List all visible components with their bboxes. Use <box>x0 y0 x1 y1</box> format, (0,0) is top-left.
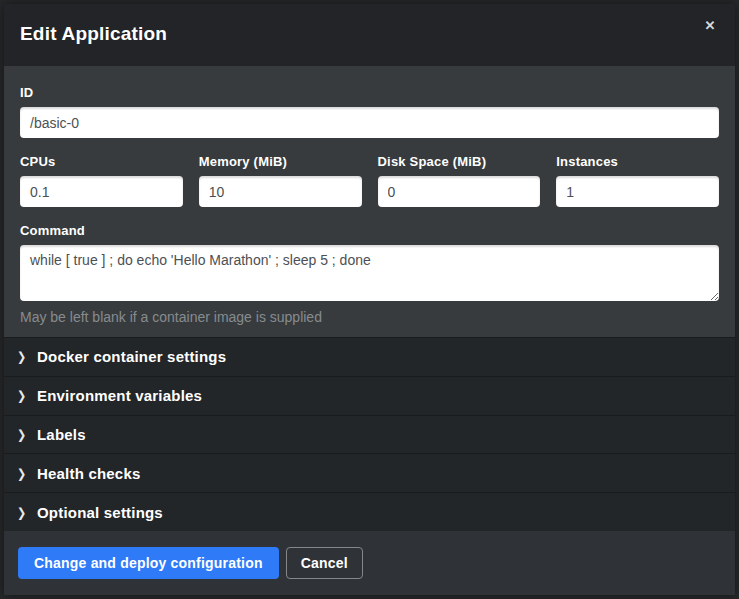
section-label: Docker container settings <box>37 348 226 365</box>
resource-row: CPUs Memory (MiB) Disk Space (MiB) Insta… <box>20 155 719 207</box>
id-label: ID <box>20 86 719 100</box>
instances-input[interactable] <box>556 176 719 207</box>
section-label: Health checks <box>37 465 140 482</box>
id-field-group: ID <box>20 86 719 138</box>
modal-body: ID CPUs Memory (MiB) Disk Space (MiB) In <box>4 66 735 337</box>
memory-field-group: Memory (MiB) <box>199 155 362 207</box>
instances-label: Instances <box>556 155 719 169</box>
section-label: Optional settings <box>37 504 163 521</box>
section-health-checks[interactable]: ❯ Health checks <box>4 454 735 493</box>
id-input[interactable] <box>20 107 719 138</box>
modal-header: Edit Application ✕ <box>4 4 735 66</box>
section-label: Environment variables <box>37 387 202 404</box>
section-labels[interactable]: ❯ Labels <box>4 416 735 455</box>
chevron-right-icon: ❯ <box>17 505 29 520</box>
instances-field-group: Instances <box>556 155 719 207</box>
page-background: Edit Application ✕ ID CPUs Memory (MiB) <box>0 0 739 599</box>
close-button[interactable]: ✕ <box>700 16 720 36</box>
memory-input[interactable] <box>199 176 362 207</box>
modal-footer: Change and deploy configuration Cancel <box>4 531 735 595</box>
section-optional-settings[interactable]: ❯ Optional settings <box>4 493 735 531</box>
chevron-right-icon: ❯ <box>17 466 29 481</box>
disk-label: Disk Space (MiB) <box>378 155 541 169</box>
memory-label: Memory (MiB) <box>199 155 362 169</box>
section-environment-variables[interactable]: ❯ Environment variables <box>4 377 735 416</box>
close-icon: ✕ <box>705 18 716 33</box>
change-and-deploy-button[interactable]: Change and deploy configuration <box>18 547 279 579</box>
accordion: ❯ Docker container settings ❯ Environmen… <box>4 337 735 531</box>
modal-title: Edit Application <box>20 21 719 47</box>
disk-input[interactable] <box>378 176 541 207</box>
command-label: Command <box>20 224 719 238</box>
section-label: Labels <box>37 426 86 443</box>
command-textarea[interactable]: while [ true ] ; do echo 'Hello Marathon… <box>20 245 719 301</box>
cancel-button[interactable]: Cancel <box>286 547 363 579</box>
cpus-input[interactable] <box>20 176 183 207</box>
command-field-group: Command while [ true ] ; do echo 'Hello … <box>20 224 719 325</box>
cpus-label: CPUs <box>20 155 183 169</box>
edit-application-modal: Edit Application ✕ ID CPUs Memory (MiB) <box>4 4 735 595</box>
cpus-field-group: CPUs <box>20 155 183 207</box>
chevron-right-icon: ❯ <box>17 427 29 442</box>
command-help-text: May be left blank if a container image i… <box>20 309 719 325</box>
chevron-right-icon: ❯ <box>17 388 29 403</box>
section-docker-container-settings[interactable]: ❯ Docker container settings <box>4 338 735 377</box>
disk-field-group: Disk Space (MiB) <box>378 155 541 207</box>
chevron-right-icon: ❯ <box>17 349 29 364</box>
